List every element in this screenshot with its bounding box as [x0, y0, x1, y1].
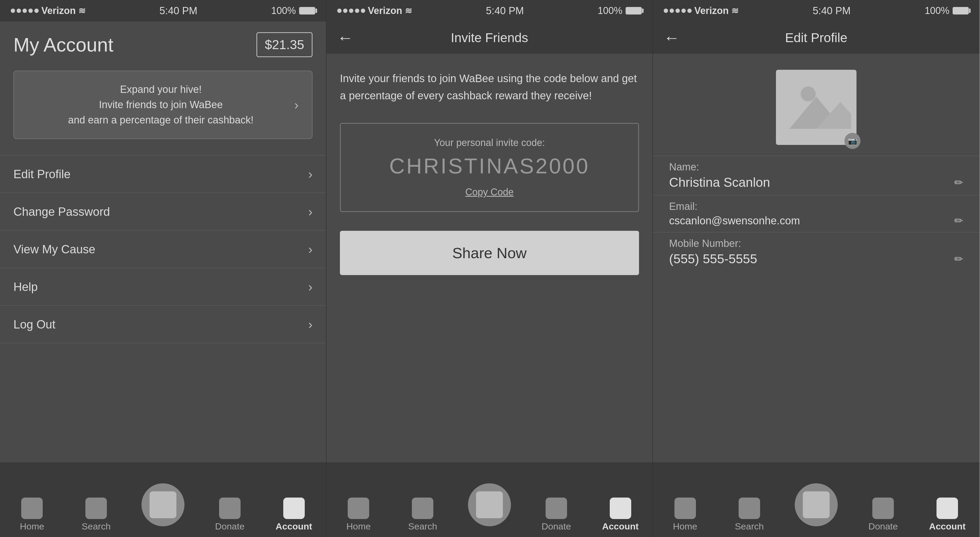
camera-icon[interactable]: 📷 — [845, 133, 861, 149]
menu-item-change-password[interactable]: Change Password › — [0, 193, 326, 230]
battery-pct-2: 100% — [598, 5, 622, 16]
s3-dot4 — [681, 9, 686, 13]
invite-banner-text: Expand your hive! Invite friends to join… — [27, 82, 294, 128]
tab-search-label-1: Search — [82, 521, 111, 532]
home-icon-1 — [21, 497, 43, 519]
s3-dot1 — [664, 9, 668, 13]
tab-center-3[interactable] — [787, 483, 846, 532]
battery-fill-3 — [953, 8, 968, 14]
tab-search-label-2: Search — [408, 521, 437, 532]
center-icon-inner-1 — [150, 491, 177, 518]
tab-bar-2: Home Search Donate Account — [326, 462, 652, 537]
tab-home-2[interactable]: Home — [332, 497, 385, 532]
email-label: Email: — [669, 201, 963, 212]
mobile-row: (555) 555-5555 ✏ — [669, 251, 963, 266]
battery-icon-3 — [953, 7, 969, 14]
tab-center-2[interactable] — [460, 483, 519, 532]
invite-description: Invite your friends to join WaBee using … — [326, 54, 652, 115]
share-now-label: Share Now — [452, 245, 527, 261]
dot5 — [34, 9, 39, 13]
s2-dot2 — [343, 9, 347, 13]
tab-home-1[interactable]: Home — [5, 497, 59, 532]
tab-account-label-2: Account — [602, 521, 639, 532]
email-row: cscanlon@swensonhe.com ✏ — [669, 214, 963, 227]
center-icon-1 — [142, 483, 185, 526]
mobile-edit-icon[interactable]: ✏ — [954, 253, 963, 265]
dot2 — [17, 9, 21, 13]
wifi-icon-1: ≋ — [78, 6, 86, 16]
page-title-edit-profile: Edit Profile — [785, 30, 847, 45]
status-right-1: 100% — [271, 5, 315, 16]
tab-search-3[interactable]: Search — [722, 497, 776, 532]
tab-home-label-2: Home — [346, 521, 371, 532]
field-mobile: Mobile Number: (555) 555-5555 ✏ — [653, 232, 980, 272]
menu-item-view-cause[interactable]: View My Cause › — [0, 230, 326, 268]
tab-search-1[interactable]: Search — [69, 497, 123, 532]
back-button-2[interactable]: ← — [337, 29, 353, 47]
email-edit-icon[interactable]: ✏ — [954, 214, 963, 227]
center-icon-inner-2 — [476, 491, 503, 518]
tab-donate-1[interactable]: Donate — [203, 497, 257, 532]
mobile-label: Mobile Number: — [669, 238, 963, 249]
tab-account-3[interactable]: Account — [920, 497, 974, 532]
dot3 — [22, 9, 27, 13]
home-icon-3 — [675, 497, 696, 519]
page-title-account: My Account — [13, 34, 113, 56]
screen2-invite-friends: Verizon ≋ 5:40 PM 100% ← Invite Friends … — [326, 0, 653, 537]
profile-photo-box — [776, 70, 856, 145]
tab-search-2[interactable]: Search — [396, 497, 449, 532]
battery-fill-2 — [627, 8, 641, 14]
copy-code-button[interactable]: Copy Code — [352, 186, 627, 198]
carrier-3: Verizon — [694, 5, 729, 16]
battery-icon-2 — [625, 7, 642, 14]
tab-account-2[interactable]: Account — [593, 497, 648, 532]
center-icon-3 — [795, 483, 838, 526]
menu-item-edit-profile[interactable]: Edit Profile › — [0, 155, 326, 193]
back-button-3[interactable]: ← — [664, 29, 680, 47]
nav-header-3: ← Edit Profile — [653, 21, 980, 54]
photo-placeholder-svg — [781, 75, 851, 140]
tab-account-1[interactable]: Account — [267, 497, 321, 532]
invite-code-value: CHRISTINAS2000 — [352, 154, 627, 178]
chevron-logout: › — [308, 317, 312, 332]
search-icon-3 — [739, 497, 760, 519]
s3-dot3 — [676, 9, 680, 13]
tab-donate-3[interactable]: Donate — [856, 497, 910, 532]
tab-bar-3: Home Search Donate Account — [653, 462, 980, 537]
account-icon-2 — [610, 497, 631, 519]
tab-donate-2[interactable]: Donate — [530, 497, 583, 532]
profile-photo-wrapper: 📷 — [776, 70, 856, 145]
donate-icon-3 — [872, 497, 894, 519]
name-edit-icon[interactable]: ✏ — [954, 176, 963, 189]
time-2: 5:40 PM — [486, 5, 524, 17]
carrier-1: Verizon — [41, 5, 76, 16]
name-value: Christina Scanlon — [669, 175, 770, 190]
tab-home-label-3: Home — [673, 521, 697, 532]
screen3-edit-profile: Verizon ≋ 5:40 PM 100% ← Edit Profile — [653, 0, 980, 537]
center-icon-inner-3 — [803, 491, 830, 518]
time-1: 5:40 PM — [159, 5, 197, 17]
account-icon-3 — [937, 497, 958, 519]
tab-center-1[interactable] — [134, 483, 192, 532]
battery-pct-3: 100% — [925, 5, 950, 16]
menu-label-view-cause: View My Cause — [13, 243, 95, 256]
menu-label-edit-profile: Edit Profile — [13, 167, 71, 181]
page-title-invite: Invite Friends — [451, 30, 528, 45]
profile-photo-area: 📷 — [653, 54, 980, 156]
field-name: Name: Christina Scanlon ✏ — [653, 156, 980, 195]
status-left-2: Verizon ≋ — [337, 5, 412, 16]
share-now-button[interactable]: Share Now — [340, 231, 639, 275]
status-bar-2: Verizon ≋ 5:40 PM 100% — [326, 0, 652, 21]
screen1-my-account: Verizon ≋ 5:40 PM 100% My Account $21.35… — [0, 0, 326, 537]
chevron-edit-profile: › — [308, 167, 312, 181]
mobile-value: (555) 555-5555 — [669, 251, 757, 266]
tab-home-3[interactable]: Home — [659, 497, 712, 532]
chevron-view-cause: › — [308, 242, 312, 257]
signal-dots-3 — [664, 9, 692, 13]
tab-search-label-3: Search — [735, 521, 764, 532]
s2-dot3 — [349, 9, 353, 13]
invite-banner[interactable]: Expand your hive! Invite friends to join… — [13, 71, 312, 139]
status-bar-3: Verizon ≋ 5:40 PM 100% — [653, 0, 980, 21]
menu-item-logout[interactable]: Log Out › — [0, 305, 326, 343]
menu-item-help[interactable]: Help › — [0, 268, 326, 305]
